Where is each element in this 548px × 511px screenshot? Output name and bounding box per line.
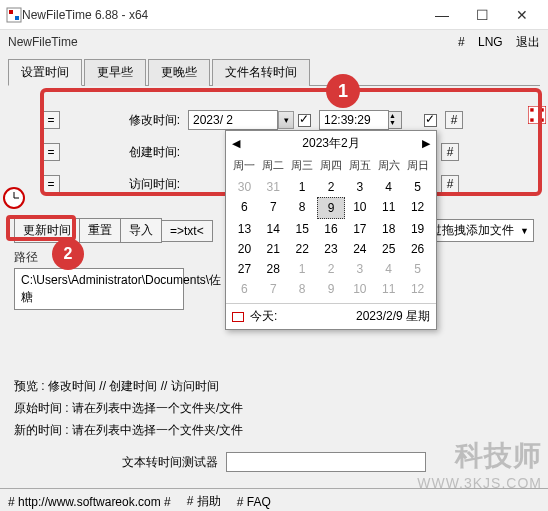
calendar-dow: 周六 (374, 156, 403, 175)
calendar-prev[interactable]: ◀ (232, 137, 240, 150)
clock-icon (2, 186, 26, 210)
label-create-time: 创建时间: (68, 144, 188, 161)
svg-rect-9 (530, 118, 533, 121)
calendar-day[interactable]: 21 (259, 239, 288, 259)
calendar-day[interactable]: 27 (230, 259, 259, 279)
calendar-day[interactable]: 5 (403, 259, 432, 279)
calendar-day[interactable]: 12 (403, 197, 432, 219)
calendar-day[interactable]: 14 (259, 219, 288, 239)
path-field[interactable]: C:\Users\Administrator\Documents\佐糖 (14, 268, 184, 310)
calendar-day[interactable]: 10 (345, 279, 374, 299)
hash-button-create[interactable]: # (441, 143, 459, 161)
calendar-day[interactable]: 31 (259, 177, 288, 197)
reset-button[interactable]: 重置 (80, 218, 121, 243)
calendar-day[interactable]: 15 (288, 219, 317, 239)
calendar-today-label[interactable]: 今天: (250, 308, 277, 325)
window-title: NewFileTime 6.88 - x64 (22, 8, 422, 22)
equal-button-access[interactable]: = (42, 175, 60, 193)
menu-language[interactable]: LNG (478, 35, 503, 49)
calendar-popup: ◀ 2023年2月 ▶ 周一周二周三周四周五周六周日 3031123456789… (225, 130, 437, 330)
preview-section: 预览 : 修改时间 // 创建时间 // 访问时间 原始时间 : 请在列表中选择… (14, 376, 534, 440)
calendar-day[interactable]: 4 (374, 177, 403, 197)
calendar-day[interactable]: 9 (317, 197, 346, 219)
date-input-modify[interactable]: 2023/ 2 (188, 110, 278, 130)
tab-earlier[interactable]: 更早些 (84, 59, 146, 86)
tab-later[interactable]: 更晚些 (148, 59, 210, 86)
calendar-day[interactable]: 6 (230, 279, 259, 299)
calendar-dow: 周日 (403, 156, 432, 175)
calendar-day[interactable]: 12 (403, 279, 432, 299)
calendar-day[interactable]: 10 (345, 197, 374, 219)
calendar-day[interactable]: 22 (288, 239, 317, 259)
calendar-day[interactable]: 28 (259, 259, 288, 279)
calendar-day[interactable]: 19 (403, 219, 432, 239)
footer-faq[interactable]: # FAQ (237, 495, 271, 509)
calendar-day[interactable]: 13 (230, 219, 259, 239)
svg-rect-2 (15, 16, 19, 20)
app-icon (6, 7, 22, 23)
tab-set-time[interactable]: 设置时间 (8, 59, 82, 86)
calendar-day[interactable]: 9 (317, 279, 346, 299)
hash-button-modify[interactable]: # (445, 111, 463, 129)
import-button[interactable]: 导入 (121, 218, 162, 243)
calendar-day[interactable]: 7 (259, 279, 288, 299)
calendar-day[interactable]: 5 (403, 177, 432, 197)
time-input-modify[interactable]: 12:39:29 (319, 110, 389, 130)
equal-button-create[interactable]: = (42, 143, 60, 161)
calendar-day[interactable]: 17 (345, 219, 374, 239)
tab-bar: 设置时间 更早些 更晚些 文件名转时间 (8, 58, 540, 86)
calendar-dow: 周五 (345, 156, 374, 175)
calendar-day[interactable]: 24 (345, 239, 374, 259)
calendar-day[interactable]: 8 (288, 197, 317, 219)
calendar-day[interactable]: 25 (374, 239, 403, 259)
calendar-day[interactable]: 11 (374, 197, 403, 219)
maximize-button[interactable]: ☐ (462, 1, 502, 29)
minimize-button[interactable]: — (422, 1, 462, 29)
checkbox-date-modify[interactable] (298, 114, 311, 127)
calendar-day[interactable]: 6 (230, 197, 259, 219)
time-spinner-modify[interactable]: ▲▼ (388, 111, 402, 129)
hash-button-access[interactable]: # (441, 175, 459, 193)
calendar-day[interactable]: 7 (259, 197, 288, 219)
menu-hash[interactable]: # (458, 35, 465, 49)
export-button[interactable]: =>txt< (162, 220, 213, 242)
app-name: NewFileTime (8, 35, 78, 49)
calendar-day[interactable]: 18 (374, 219, 403, 239)
tab-filename-to-time[interactable]: 文件名转时间 (212, 59, 310, 86)
text-to-time-tester: 文本转时间测试器 (14, 452, 534, 472)
calendar-day[interactable]: 1 (288, 177, 317, 197)
chevron-down-icon: ▼ (520, 226, 529, 236)
calendar-day[interactable]: 3 (345, 259, 374, 279)
calendar-day[interactable]: 4 (374, 259, 403, 279)
calendar-today-value: 2023/2/9 星期 (356, 308, 430, 325)
calendar-day[interactable]: 20 (230, 239, 259, 259)
preview-new: 新的时间 : 请在列表中选择一个文件夹/文件 (14, 420, 534, 440)
calendar-dow: 周一 (230, 156, 259, 175)
equal-button-modify[interactable]: = (42, 111, 60, 129)
date-dropdown-modify[interactable]: ▾ (278, 111, 294, 129)
calendar-day[interactable]: 3 (345, 177, 374, 197)
calendar-day[interactable]: 2 (317, 259, 346, 279)
calendar-next[interactable]: ▶ (422, 137, 430, 150)
grid-icon[interactable] (528, 106, 546, 124)
calendar-day[interactable]: 1 (288, 259, 317, 279)
close-button[interactable]: ✕ (502, 1, 542, 29)
svg-rect-8 (540, 108, 543, 111)
calendar-day[interactable]: 8 (288, 279, 317, 299)
checkbox-enable-modify[interactable] (424, 114, 437, 127)
calendar-day[interactable]: 23 (317, 239, 346, 259)
calendar-day[interactable]: 2 (317, 177, 346, 197)
footer-donate[interactable]: # 捐助 (187, 493, 221, 510)
menu-bar: NewFileTime # LNG 退出 (0, 30, 548, 54)
calendar-day[interactable]: 30 (230, 177, 259, 197)
footer-url[interactable]: # http://www.softwareok.com # (8, 495, 171, 509)
tester-input[interactable] (226, 452, 426, 472)
callout-2: 2 (52, 238, 84, 270)
callout-1: 1 (326, 74, 360, 108)
label-access-time: 访问时间: (68, 176, 188, 193)
menu-exit[interactable]: 退出 (516, 35, 540, 49)
calendar-day[interactable]: 16 (317, 219, 346, 239)
calendar-day[interactable]: 11 (374, 279, 403, 299)
calendar-day[interactable]: 26 (403, 239, 432, 259)
title-bar: NewFileTime 6.88 - x64 — ☐ ✕ (0, 0, 548, 30)
